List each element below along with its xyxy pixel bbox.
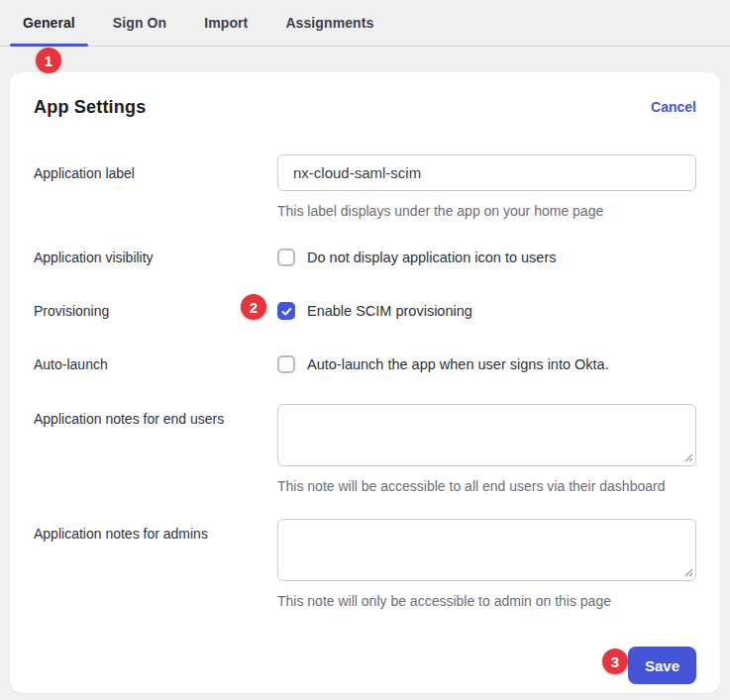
step-badge-2: 2 [241, 294, 266, 320]
application-visibility-label: Application visibility [34, 249, 277, 266]
application-label-help: This label displays under the app on you… [277, 203, 696, 219]
page-title: App Settings [34, 97, 146, 118]
tab-assignments[interactable]: Assignments [272, 0, 386, 46]
auto-launch-checkbox-label[interactable]: Auto-launch the app when user signs into… [307, 355, 609, 373]
notes-end-users-label: Application notes for end users [34, 404, 277, 466]
notes-end-users-textarea[interactable] [277, 404, 696, 466]
row-application-label: Application label This label displays un… [34, 154, 696, 219]
step-badge-3: 3 [602, 649, 628, 674]
row-application-visibility: Application visibility Do not display ap… [34, 249, 696, 266]
tab-bar: General Sign On Import Assignments [0, 0, 730, 47]
tab-import[interactable]: Import [191, 0, 261, 46]
provisioning-field[interactable]: Enable SCIM provisioning [277, 302, 696, 320]
tab-sign-on[interactable]: Sign On [100, 0, 179, 46]
row-notes-admins: Application notes for admins This note w… [34, 519, 696, 609]
application-visibility-checkbox[interactable] [277, 249, 295, 266]
tab-general[interactable]: General [10, 0, 88, 46]
save-button[interactable]: Save [628, 647, 696, 684]
row-notes-end-users: Application notes for end users This not… [34, 404, 696, 494]
row-provisioning: Provisioning Enable SCIM provisioning [34, 302, 696, 320]
cancel-link[interactable]: Cancel [651, 99, 696, 115]
notes-admins-help: This note will only be accessible to adm… [277, 593, 696, 609]
row-auto-launch: Auto-launch Auto-launch the app when use… [34, 355, 696, 373]
auto-launch-checkbox[interactable] [277, 355, 295, 373]
provisioning-checkbox-label[interactable]: Enable SCIM provisioning [307, 302, 472, 320]
notes-end-users-help: This note will be accessible to all end … [277, 478, 696, 494]
application-visibility-checkbox-label[interactable]: Do not display application icon to users [307, 249, 556, 266]
application-visibility-field[interactable]: Do not display application icon to users [277, 249, 696, 266]
application-label-label: Application label [34, 154, 277, 191]
card-header: App Settings Cancel [34, 97, 696, 119]
step-badge-1: 1 [36, 48, 61, 73]
card-footer: Save [34, 647, 696, 684]
application-label-input[interactable] [277, 154, 696, 191]
auto-launch-label: Auto-launch [34, 355, 277, 373]
provisioning-checkbox[interactable] [277, 302, 295, 320]
app-settings-card: App Settings Cancel Application label Th… [10, 72, 720, 693]
checkmark-icon [280, 305, 293, 318]
notes-admins-textarea[interactable] [277, 519, 696, 581]
notes-admins-label: Application notes for admins [34, 519, 277, 581]
auto-launch-field[interactable]: Auto-launch the app when user signs into… [277, 355, 696, 373]
